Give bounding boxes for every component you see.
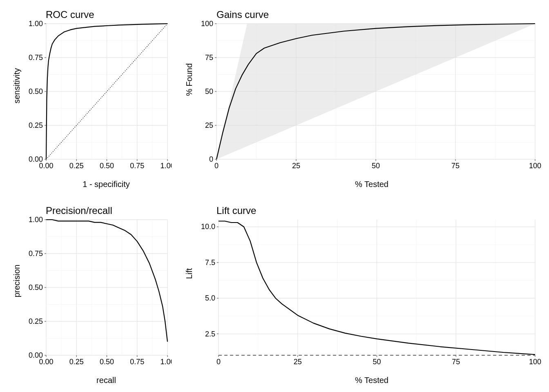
svg-text:25: 25 bbox=[292, 162, 300, 170]
svg-text:0.25: 0.25 bbox=[29, 121, 43, 129]
plot-lift: 02550751002.55.07.510.0 bbox=[196, 216, 543, 372]
svg-text:0.25: 0.25 bbox=[69, 162, 84, 170]
svg-text:25: 25 bbox=[294, 358, 302, 366]
plot-gains: 02550751000255075100 bbox=[196, 20, 543, 176]
svg-text:0.00: 0.00 bbox=[29, 155, 43, 163]
svg-text:10.0: 10.0 bbox=[201, 223, 215, 231]
plot-roc: 0.000.250.500.751.000.000.250.500.751.00 bbox=[22, 20, 172, 176]
title-lift: Lift curve bbox=[216, 205, 256, 216]
svg-text:25: 25 bbox=[205, 121, 213, 129]
svg-text:0.75: 0.75 bbox=[29, 53, 43, 62]
svg-text:100: 100 bbox=[529, 358, 541, 366]
svg-text:1.00: 1.00 bbox=[29, 216, 43, 224]
svg-text:0.50: 0.50 bbox=[100, 358, 114, 366]
svg-text:7.5: 7.5 bbox=[205, 258, 215, 267]
svg-text:1.00: 1.00 bbox=[160, 358, 172, 366]
title-gains: Gains curve bbox=[216, 9, 269, 20]
ylabel-lift: Lift bbox=[185, 257, 194, 290]
xlabel-gains: % Tested bbox=[216, 180, 527, 189]
svg-text:75: 75 bbox=[451, 162, 460, 170]
svg-text:50: 50 bbox=[373, 358, 381, 366]
svg-text:0.75: 0.75 bbox=[29, 249, 43, 258]
svg-text:100: 100 bbox=[201, 20, 213, 28]
svg-text:0: 0 bbox=[209, 155, 213, 163]
svg-text:0.25: 0.25 bbox=[69, 358, 84, 366]
svg-text:0.50: 0.50 bbox=[29, 283, 43, 292]
svg-text:0.00: 0.00 bbox=[29, 351, 43, 359]
panel-lift: Lift curve Lift % Tested 02550751002.55.… bbox=[176, 196, 549, 392]
xlabel-roc: 1 - specificity bbox=[45, 180, 167, 189]
title-roc: ROC curve bbox=[46, 9, 94, 20]
svg-text:0.50: 0.50 bbox=[29, 87, 43, 96]
svg-text:0.75: 0.75 bbox=[130, 162, 144, 170]
svg-text:1.00: 1.00 bbox=[160, 162, 172, 170]
svg-text:0: 0 bbox=[216, 358, 221, 366]
svg-text:50: 50 bbox=[205, 87, 213, 96]
svg-text:50: 50 bbox=[372, 162, 380, 170]
ylabel-pr: precision bbox=[12, 250, 22, 312]
panel-pr: Precision/recall precision recall 0.000.… bbox=[0, 196, 176, 392]
svg-text:2.5: 2.5 bbox=[205, 330, 215, 338]
svg-text:1.00: 1.00 bbox=[29, 20, 43, 28]
xlabel-pr: recall bbox=[45, 376, 167, 385]
panel-gains: Gains curve % Found % Tested 02550751000… bbox=[176, 0, 549, 196]
svg-text:0.50: 0.50 bbox=[100, 162, 114, 170]
ylabel-gains: % Found bbox=[185, 53, 194, 106]
plot-pr: 0.000.250.500.751.000.000.250.500.751.00 bbox=[22, 216, 172, 372]
svg-text:0.25: 0.25 bbox=[29, 317, 43, 325]
svg-text:5.0: 5.0 bbox=[205, 294, 215, 302]
svg-text:100: 100 bbox=[529, 162, 541, 170]
ylabel-roc: sensitivity bbox=[12, 51, 22, 120]
svg-text:0.75: 0.75 bbox=[130, 358, 144, 366]
title-pr: Precision/recall bbox=[46, 205, 112, 216]
svg-text:75: 75 bbox=[205, 53, 213, 62]
panel-roc: ROC curve sensitivity 1 - specificity 0.… bbox=[0, 0, 176, 196]
svg-text:0: 0 bbox=[214, 162, 219, 170]
xlabel-lift: % Tested bbox=[216, 376, 527, 385]
svg-text:75: 75 bbox=[452, 358, 460, 366]
